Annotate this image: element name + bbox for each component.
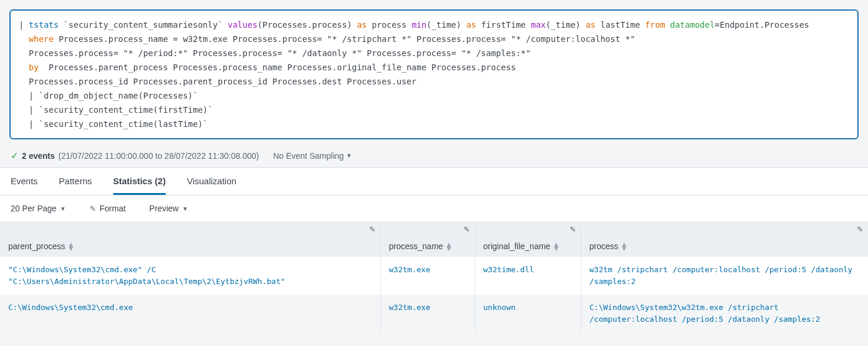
col-process_name[interactable]: ✎ process_name ▲▼ bbox=[380, 221, 475, 257]
events-count: 2 events bbox=[22, 151, 55, 161]
cell-process[interactable]: w32tm /stripchart /computer:localhost /p… bbox=[581, 257, 868, 295]
tab-visualization[interactable]: Visualization bbox=[187, 168, 236, 195]
time-range: (21/07/2022 11:00:00.000 to 28/07/2022 1… bbox=[58, 151, 259, 161]
sort-icon[interactable]: ▲▼ bbox=[553, 242, 560, 250]
format-label: Format bbox=[100, 204, 126, 213]
col-process[interactable]: ✎ process ▲▼ bbox=[581, 221, 868, 257]
pencil-icon[interactable]: ✎ bbox=[369, 225, 376, 234]
tab-statistics[interactable]: Statistics (2) bbox=[113, 168, 166, 195]
perpage-dropdown[interactable]: 20 Per Page ▼ bbox=[11, 204, 66, 213]
results-table: ✎ parent_process ▲▼ ✎ process_name ▲▼ ✎ … bbox=[0, 221, 868, 332]
table-row[interactable]: "C:\Windows\System32\cmd.exe" /C "C:\Use… bbox=[0, 257, 868, 295]
pencil-icon[interactable]: ✎ bbox=[857, 225, 863, 234]
perpage-label: 20 Per Page bbox=[11, 204, 57, 213]
cell-process_name[interactable]: w32tm.exe bbox=[380, 295, 475, 332]
col-original_file_name[interactable]: ✎ original_file_name ▲▼ bbox=[475, 221, 581, 257]
preview-dropdown[interactable]: Preview ▼ bbox=[149, 204, 188, 213]
col-label: parent_process bbox=[8, 241, 65, 251]
chevron-down-icon: ▼ bbox=[182, 205, 188, 212]
sampling-label: No Event Sampling bbox=[273, 151, 344, 161]
cell-process[interactable]: C:\Windows\System32\w32tm.exe /stripchar… bbox=[581, 295, 868, 332]
status-bar: ✓ 2 events (21/07/2022 11:00:00.000 to 2… bbox=[0, 149, 868, 167]
sort-icon[interactable]: ▲▼ bbox=[445, 242, 452, 250]
cell-original_file_name[interactable]: w32time.dll bbox=[475, 257, 581, 295]
pencil-icon[interactable]: ✎ bbox=[570, 225, 576, 234]
tab-patterns[interactable]: Patterns bbox=[59, 168, 92, 195]
tabstrip: Events Patterns Statistics (2) Visualiza… bbox=[0, 167, 868, 195]
check-icon: ✓ bbox=[11, 150, 18, 161]
tab-events[interactable]: Events bbox=[11, 168, 38, 195]
col-label: process bbox=[590, 241, 619, 251]
preview-label: Preview bbox=[149, 204, 179, 213]
col-label: original_file_name bbox=[484, 241, 551, 251]
cell-original_file_name[interactable]: unknown bbox=[475, 295, 581, 332]
cell-parent_process[interactable]: C:\Windows\System32\cmd.exe bbox=[0, 295, 380, 332]
job-status: ✓ 2 events (21/07/2022 11:00:00.000 to 2… bbox=[11, 150, 259, 161]
sampling-dropdown[interactable]: No Event Sampling ▼ bbox=[273, 151, 352, 161]
sort-icon[interactable]: ▲▼ bbox=[621, 242, 628, 250]
search-input[interactable]: | tstats `security_content_summariesonly… bbox=[9, 9, 859, 139]
chevron-down-icon: ▼ bbox=[346, 152, 352, 159]
table-row[interactable]: C:\Windows\System32\cmd.exew32tm.exeunkn… bbox=[0, 295, 868, 332]
pencil-icon: ✎ bbox=[90, 204, 96, 213]
pencil-icon[interactable]: ✎ bbox=[463, 225, 470, 234]
format-button[interactable]: ✎ Format bbox=[90, 204, 126, 213]
col-parent_process[interactable]: ✎ parent_process ▲▼ bbox=[0, 221, 380, 257]
col-label: process_name bbox=[389, 241, 443, 251]
chevron-down-icon: ▼ bbox=[60, 205, 66, 212]
cell-parent_process[interactable]: "C:\Windows\System32\cmd.exe" /C "C:\Use… bbox=[0, 257, 380, 295]
results-toolbar: 20 Per Page ▼ ✎ Format Preview ▼ bbox=[0, 195, 868, 221]
sort-icon[interactable]: ▲▼ bbox=[68, 242, 75, 250]
cell-process_name[interactable]: w32tm.exe bbox=[380, 257, 475, 295]
